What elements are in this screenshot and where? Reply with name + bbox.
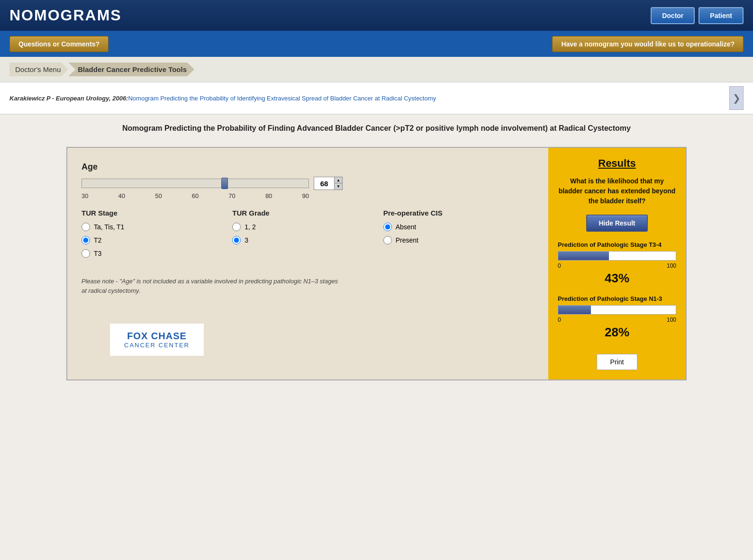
nomogram-request-button[interactable]: Have a nomogram you would like us to ope… [552, 36, 744, 52]
doctor-button[interactable]: Doctor [651, 7, 695, 24]
tur-stage-t2-option[interactable]: T2 [82, 236, 232, 244]
cis-absent-radio[interactable] [383, 223, 392, 231]
t34-label: Prediction of Pathologic Stage T3-4 [558, 241, 676, 248]
n13-progress-bar [558, 305, 676, 315]
tur-stage-t3-option[interactable]: T3 [82, 249, 232, 258]
cis-present-radio[interactable] [383, 236, 392, 244]
top-bar: Questions or Comments? Have a nomogram y… [0, 31, 753, 57]
pre-op-cis-group: Pre-operative CIS Absent Present [383, 209, 534, 262]
tur-stage-t2-radio[interactable] [82, 236, 90, 244]
n13-prediction-section: Prediction of Pathologic Stage N1-3 0 10… [558, 295, 676, 340]
tur-stage-t2-label: T2 [94, 236, 101, 244]
patient-button[interactable]: Patient [699, 7, 744, 24]
print-button[interactable]: Print [597, 354, 638, 370]
hide-result-button[interactable]: Hide Result [586, 215, 647, 232]
tur-grade-group: TUR Grade 1, 2 3 [232, 209, 383, 262]
header: NOMOGRAMS Doctor Patient [0, 0, 753, 31]
header-buttons: Doctor Patient [651, 7, 744, 24]
age-slider[interactable] [82, 179, 309, 188]
mark-60: 60 [192, 192, 199, 199]
n13-percent: 28% [558, 325, 676, 340]
breadcrumb-bladder-cancer[interactable]: Bladder Cancer Predictive Tools [68, 63, 194, 76]
age-value-input[interactable] [314, 177, 334, 190]
t34-progress-bar [558, 251, 676, 261]
mark-30: 30 [82, 192, 88, 199]
tur-grade-3-label: 3 [245, 236, 248, 244]
next-arrow[interactable]: ❯ [729, 86, 744, 110]
t34-prediction-section: Prediction of Pathologic Stage T3-4 0 10… [558, 241, 676, 286]
questions-comments-button[interactable]: Questions or Comments? [9, 36, 109, 52]
n13-progress-fill [558, 306, 591, 314]
slider-marks: 30 40 50 60 70 80 90 [82, 192, 309, 199]
tur-stage-ta-option[interactable]: Ta, Tis, T1 [82, 223, 232, 231]
tur-stage-ta-label: Ta, Tis, T1 [94, 223, 124, 231]
cis-present-option[interactable]: Present [383, 236, 534, 244]
cis-absent-label: Absent [396, 223, 417, 231]
main-heading: Nomogram Predicting the Probability of F… [0, 115, 753, 142]
left-panel: Age ▲ ▼ 30 40 50 60 70 80 90 TUR St [67, 148, 548, 379]
mark-70: 70 [228, 192, 235, 199]
results-question: What is the likelihood that my bladder c… [558, 176, 676, 206]
age-input-box: ▲ ▼ [314, 177, 343, 190]
citation-author: Karakiewicz P - European Urology, 2006: [9, 95, 128, 102]
slider-container: ▲ ▼ [82, 177, 534, 190]
t34-scale-100: 100 [667, 262, 676, 269]
fox-chase-name: FOX CHASE [124, 331, 190, 342]
mark-80: 80 [265, 192, 272, 199]
tur-grade-12-option[interactable]: 1, 2 [232, 223, 383, 231]
citation-title: Nomogram Predicting the Probability of I… [128, 95, 436, 102]
t34-percent: 43% [558, 271, 676, 286]
fox-chase-logo: FOX CHASE CANCER CENTER [110, 324, 204, 356]
t34-scale-0: 0 [558, 262, 561, 269]
age-decrement-button[interactable]: ▼ [335, 183, 342, 190]
tur-stage-title: TUR Stage [82, 209, 232, 217]
n13-scale-0: 0 [558, 316, 561, 323]
tur-grade-3-radio[interactable] [232, 236, 241, 244]
mark-50: 50 [155, 192, 162, 199]
options-row: TUR Stage Ta, Tis, T1 T2 T3 TUR Grade [82, 209, 534, 262]
tur-grade-3-option[interactable]: 3 [232, 236, 383, 244]
n13-label: Prediction of Pathologic Stage N1-3 [558, 295, 676, 302]
note-text: Please note - "Age" is not included as a… [82, 277, 342, 295]
cis-present-label: Present [396, 236, 418, 244]
t34-progress-labels: 0 100 [558, 262, 676, 269]
logo: NOMOGRAMS [9, 7, 122, 24]
cis-absent-option[interactable]: Absent [383, 223, 534, 231]
fox-chase-subtitle: CANCER CENTER [124, 342, 190, 349]
breadcrumb: Doctor's Menu Bladder Cancer Predictive … [0, 57, 753, 82]
tool-container: Age ▲ ▼ 30 40 50 60 70 80 90 TUR St [66, 147, 687, 380]
tur-stage-ta-radio[interactable] [82, 223, 90, 231]
tur-grade-12-radio[interactable] [232, 223, 241, 231]
age-spinner: ▲ ▼ [334, 177, 342, 190]
citation-text: Karakiewicz P - European Urology, 2006:N… [9, 95, 436, 102]
results-title: Results [598, 157, 635, 170]
age-label: Age [82, 162, 534, 172]
age-increment-button[interactable]: ▲ [335, 177, 342, 183]
mark-90: 90 [302, 192, 308, 199]
right-panel: Results What is the likelihood that my b… [548, 148, 686, 379]
tur-stage-t3-label: T3 [94, 250, 101, 257]
citation-bar: Karakiewicz P - European Urology, 2006:N… [0, 82, 753, 115]
tur-stage-group: TUR Stage Ta, Tis, T1 T2 T3 [82, 209, 232, 262]
n13-scale-100: 100 [667, 316, 676, 323]
tur-stage-t3-radio[interactable] [82, 249, 90, 258]
tur-grade-title: TUR Grade [232, 209, 383, 217]
tur-grade-12-label: 1, 2 [245, 223, 255, 231]
breadcrumb-doctors-menu[interactable]: Doctor's Menu [9, 63, 68, 76]
t34-progress-fill [558, 252, 609, 260]
mark-40: 40 [118, 192, 125, 199]
pre-op-cis-title: Pre-operative CIS [383, 209, 534, 217]
n13-progress-labels: 0 100 [558, 316, 676, 323]
